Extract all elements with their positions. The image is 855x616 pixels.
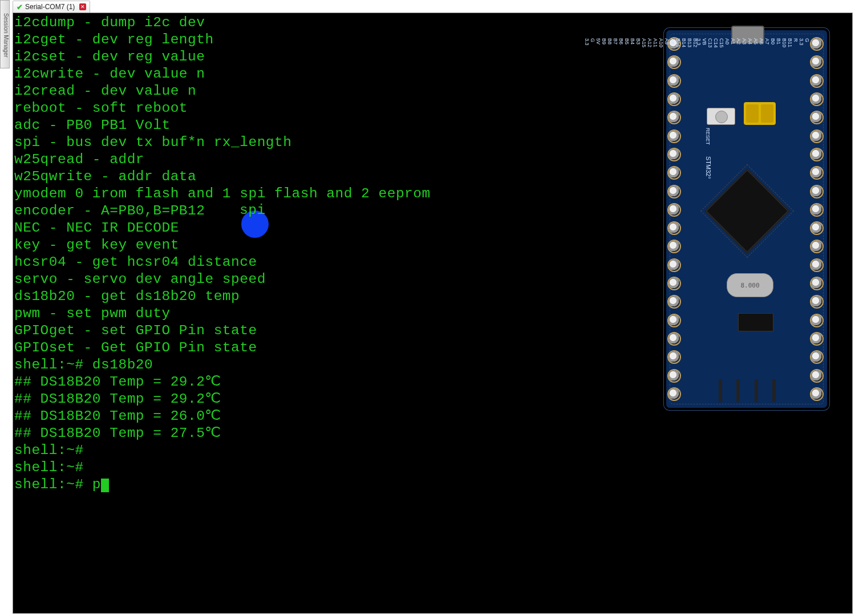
- terminal-line: ## DS18B20 Temp = 27.5℃: [14, 425, 851, 442]
- app-root: Session Manager ✔ Serial-COM7 (1) ✕ i2cd…: [0, 0, 855, 616]
- pin-label: R: [793, 38, 799, 50]
- board-pin: [668, 222, 680, 234]
- board-pin: [811, 278, 822, 289]
- pin-label: A10: [658, 38, 664, 50]
- pin-label: A9: [664, 38, 670, 50]
- pin-label: A5: [753, 38, 759, 50]
- pin-label: B11: [787, 38, 793, 50]
- board-pin: [811, 370, 822, 382]
- pin-label: C14: [713, 38, 719, 50]
- pin-label: B5: [624, 38, 630, 50]
- board-pin: [668, 241, 680, 252]
- pin-label: 3.3: [799, 38, 804, 50]
- pin-column-right: [811, 38, 825, 400]
- terminal-line: shell:~#: [14, 442, 851, 459]
- board-pin: [668, 260, 680, 271]
- pin-label: 3.3: [584, 38, 590, 50]
- board-pin: [811, 241, 822, 252]
- session-manager-tab[interactable]: Session Manager: [0, 0, 10, 68]
- board-pin: [668, 94, 680, 105]
- tab-serial-com7[interactable]: ✔ Serial-COM7 (1) ✕: [13, 1, 90, 13]
- pin-label: B1: [776, 38, 781, 50]
- board-pin: [811, 186, 822, 197]
- board-pin: [811, 333, 822, 345]
- pin-label: VB: [702, 38, 707, 50]
- board-pin: [668, 131, 680, 142]
- connected-icon: ✔: [17, 3, 23, 11]
- pin-label: B7: [613, 38, 618, 50]
- board-pin: [668, 296, 680, 307]
- pin-label: B0: [770, 38, 776, 50]
- board-pin: [811, 260, 822, 271]
- terminal-line: shell:~#: [14, 459, 851, 476]
- board-pin: [811, 112, 822, 123]
- pin-label: B14: [681, 38, 687, 50]
- board-pin: [811, 222, 822, 234]
- pin-label: A11: [653, 38, 658, 50]
- smd-component: [738, 313, 773, 331]
- pin-label: A8: [670, 38, 675, 50]
- pin-label: A15: [641, 38, 647, 50]
- stm32-label: STM32°: [705, 156, 712, 179]
- board-pin: [668, 315, 680, 326]
- pin-label: 3.3: [696, 38, 702, 50]
- pin-label: B13: [687, 38, 692, 50]
- board-pin: [811, 149, 822, 160]
- pin-label: 5V: [595, 38, 601, 50]
- board-pin: [811, 388, 822, 400]
- pin-label: B3: [635, 38, 641, 50]
- cursor: [101, 479, 109, 492]
- crystal-oscillator: 8.000: [727, 273, 773, 297]
- pin-label: B15: [675, 38, 681, 50]
- board-pin: [668, 186, 680, 197]
- pin-label: A1: [730, 38, 736, 50]
- terminal-line: ## DS18B20 Temp = 26.0℃: [14, 408, 851, 425]
- board-pin: [811, 204, 822, 216]
- board-pin: [668, 167, 680, 179]
- board-pin: [668, 149, 680, 160]
- pin-label: A3: [741, 38, 747, 50]
- pin-labels-left: B12B13B14B15A8A9A10A11A12A15B3B4B5B6B7B8…: [683, 38, 698, 400]
- board-pin: [668, 56, 680, 68]
- debug-header: [719, 379, 776, 402]
- board-pin: [811, 315, 822, 326]
- tab-title: Serial-COM7 (1): [25, 3, 75, 11]
- terminal-pane[interactable]: i2cdump - dump i2c devi2cget - dev reg l…: [13, 13, 853, 614]
- board-pin: [811, 296, 822, 307]
- pin-label: A12: [647, 38, 653, 50]
- pin-label: G: [804, 38, 810, 50]
- board-pin: [668, 370, 680, 382]
- board-pin: [811, 56, 822, 68]
- board-pin: [668, 112, 680, 123]
- reset-label: RESET: [705, 128, 711, 145]
- board-pin: [811, 94, 822, 105]
- board-pin: [668, 278, 680, 289]
- pin-label: B10: [781, 38, 787, 50]
- pin-column-left: [668, 38, 682, 400]
- board-pin: [811, 75, 822, 87]
- stm32-board-image: RESET STM32° 8.000 B12B13B14B15A8A9A10A1…: [664, 28, 829, 410]
- terminal-prompt-line[interactable]: shell:~# p: [14, 476, 851, 493]
- pin-label: A6: [759, 38, 764, 50]
- reset-button-mcu: [707, 108, 735, 125]
- mcu-chip: [706, 170, 788, 252]
- board-pin: [811, 167, 822, 179]
- tab-bar: ✔ Serial-COM7 (1) ✕: [13, 0, 855, 13]
- pin-label: A2: [736, 38, 741, 50]
- board-pin: [668, 204, 680, 216]
- pin-label: C13: [707, 38, 713, 50]
- pin-label: B6: [618, 38, 624, 50]
- highlight-word: spi: [240, 202, 266, 218]
- pin-label: C15: [719, 38, 724, 50]
- close-icon[interactable]: ✕: [79, 3, 86, 10]
- pin-label: B8: [607, 38, 613, 50]
- board-pin: [811, 351, 822, 363]
- pin-label: A0: [724, 38, 730, 50]
- pin-label: G: [590, 38, 595, 50]
- pin-label: B9: [601, 38, 607, 50]
- pin-label: B4: [630, 38, 635, 50]
- board-pin: [668, 75, 680, 87]
- board-pin: [668, 388, 680, 400]
- board-pin: [668, 351, 680, 363]
- board-pin: [811, 131, 822, 142]
